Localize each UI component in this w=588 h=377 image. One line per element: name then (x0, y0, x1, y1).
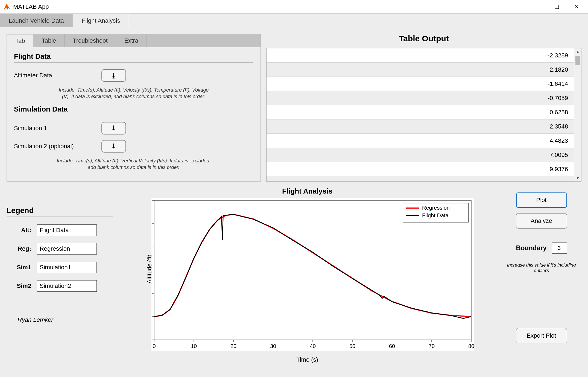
legend-reg-label: Reg: (7, 245, 31, 252)
legend-sim2-input[interactable] (37, 280, 97, 292)
sim-hint: Include: Time(s), Altitude (ft), Vertica… (54, 157, 213, 171)
legend-sim2-label: Sim2 (7, 282, 31, 290)
sim1-label: Simulation 1 (14, 125, 85, 132)
subtab-table[interactable]: Table (33, 34, 65, 47)
altimeter-row: Altimeter Data ⭳ (14, 66, 253, 84)
altimeter-hint: Include: Time(s), Altitude (ft), Velocit… (54, 87, 213, 100)
chart-xlabel: Time (s) (296, 356, 318, 363)
flight-data-title: Flight Data (14, 52, 253, 63)
svg-text:60: 60 (389, 343, 395, 349)
minimize-button[interactable]: — (527, 0, 547, 14)
close-button[interactable]: ✕ (567, 0, 586, 14)
legend-row-sim2: Sim2 (7, 280, 113, 292)
upload-icon: ⭳ (110, 72, 117, 79)
upload-icon: ⭳ (110, 124, 117, 132)
legend-alt-label: Alt: (7, 227, 31, 234)
table-row[interactable]: 7.0095 (267, 148, 581, 162)
table-output-title: Table Output (266, 34, 581, 43)
analyze-button[interactable]: Analyze (516, 213, 567, 229)
svg-text:10: 10 (191, 343, 197, 349)
legend-panel: Legend Alt: Reg: Sim1 Sim2 Ryan Lemker (7, 187, 113, 351)
table-row[interactable]: -2.3289 (267, 48, 581, 63)
subtab-tab[interactable]: Tab (7, 34, 33, 47)
table-row[interactable]: 9.9376 (267, 162, 581, 176)
window-controls: — ☐ ✕ (527, 0, 586, 14)
scroll-thumb[interactable] (575, 56, 580, 65)
table-row[interactable]: -1.6414 (267, 77, 581, 91)
legend-sim1-label: Sim1 (7, 264, 31, 271)
legend-alt-input[interactable] (37, 224, 97, 236)
left-panel: Tab Table Troubleshoot Extra Flight Data… (7, 34, 261, 182)
table-rows: -2.3289-2.1820-1.6414-0.70590.62582.3548… (267, 48, 581, 181)
main-tab-bar: Launch Vehicle Data Flight Analysis (0, 14, 588, 27)
table-row[interactable]: 0.6258 (267, 105, 581, 119)
button-column: Plot Analyze Boundary Increase this valu… (501, 187, 581, 351)
chart-title: Flight Analysis (119, 187, 496, 195)
boundary-row: Boundary (516, 242, 567, 254)
scroll-up-icon: ▲ (576, 48, 580, 55)
svg-text:Flight Data: Flight Data (422, 212, 449, 218)
altimeter-upload-button[interactable]: ⭳ (101, 69, 126, 82)
plot-button[interactable]: Plot (516, 192, 567, 208)
sim1-row: Simulation 1 ⭳ (14, 119, 253, 137)
table-scrollbar[interactable]: ▲ ▼ (574, 48, 581, 181)
chart-plot-area: 01020304050607080-1000010002000300040005… (151, 198, 474, 351)
maximize-button[interactable]: ☐ (547, 0, 567, 14)
svg-text:40: 40 (310, 343, 316, 349)
titlebar-left: MATLAB App (3, 3, 49, 10)
subtab-extra[interactable]: Extra (116, 34, 147, 47)
svg-text:20: 20 (230, 343, 236, 349)
matlab-icon (3, 3, 10, 10)
table-row[interactable]: 4.4823 (267, 134, 581, 148)
table-row[interactable]: -0.7059 (267, 91, 581, 105)
window-title: MATLAB App (13, 3, 49, 10)
sim2-row: Simulation 2 (optional) ⭳ (14, 137, 253, 155)
legend-row-reg: Reg: (7, 243, 113, 255)
sim1-upload-button[interactable]: ⭳ (101, 122, 126, 135)
boundary-label: Boundary (516, 244, 546, 252)
simulation-data-title: Simulation Data (14, 105, 253, 115)
tab-launch-vehicle-data[interactable]: Launch Vehicle Data (0, 14, 73, 27)
sub-tab-bar: Tab Table Troubleshoot Extra (7, 34, 261, 47)
subtab-troubleshoot[interactable]: Troubleshoot (65, 34, 116, 47)
svg-text:50: 50 (349, 343, 355, 349)
export-plot-button[interactable]: Export Plot (516, 328, 567, 343)
legend-row-alt: Alt: (7, 224, 113, 236)
legend-sim1-input[interactable] (37, 262, 97, 273)
bottom-row: Legend Alt: Reg: Sim1 Sim2 Ryan Lemker F… (7, 187, 581, 351)
legend-reg-input[interactable] (37, 243, 97, 255)
table-row[interactable]: -2.1820 (267, 63, 581, 77)
author-label: Ryan Lemker (7, 316, 113, 323)
legend-title: Legend (7, 206, 113, 217)
table-output-box: -2.3289-2.1820-1.6414-0.70590.62582.3548… (266, 48, 581, 182)
table-row[interactable]: 2.3548 (267, 119, 581, 134)
tab-flight-analysis[interactable]: Flight Analysis (73, 14, 129, 27)
sim2-label: Simulation 2 (optional) (14, 143, 85, 150)
upload-icon: ⭳ (110, 142, 117, 150)
scroll-down-icon: ▼ (576, 175, 580, 181)
content-grid: Tab Table Troubleshoot Extra Flight Data… (0, 27, 588, 357)
panel-body: Flight Data Altimeter Data ⭳ Include: Ti… (7, 47, 261, 180)
svg-text:30: 30 (270, 343, 276, 349)
boundary-input[interactable] (552, 242, 567, 254)
table-row[interactable]: 13.2678 (267, 176, 581, 181)
svg-text:0: 0 (153, 343, 156, 349)
sim2-upload-button[interactable]: ⭳ (101, 140, 126, 153)
svg-text:80: 80 (468, 343, 474, 349)
svg-text:70: 70 (429, 343, 435, 349)
boundary-hint: Increase this value if it's including ou… (501, 262, 581, 273)
legend-row-sim1: Sim1 (7, 262, 113, 273)
chart-container: Flight Analysis Altitude (ft) 0102030405… (119, 187, 496, 351)
svg-text:Regression: Regression (422, 205, 450, 211)
window-titlebar: MATLAB App — ☐ ✕ (0, 0, 588, 14)
table-output-panel: Table Output -2.3289-2.1820-1.6414-0.705… (266, 34, 581, 182)
altimeter-label: Altimeter Data (14, 72, 85, 79)
